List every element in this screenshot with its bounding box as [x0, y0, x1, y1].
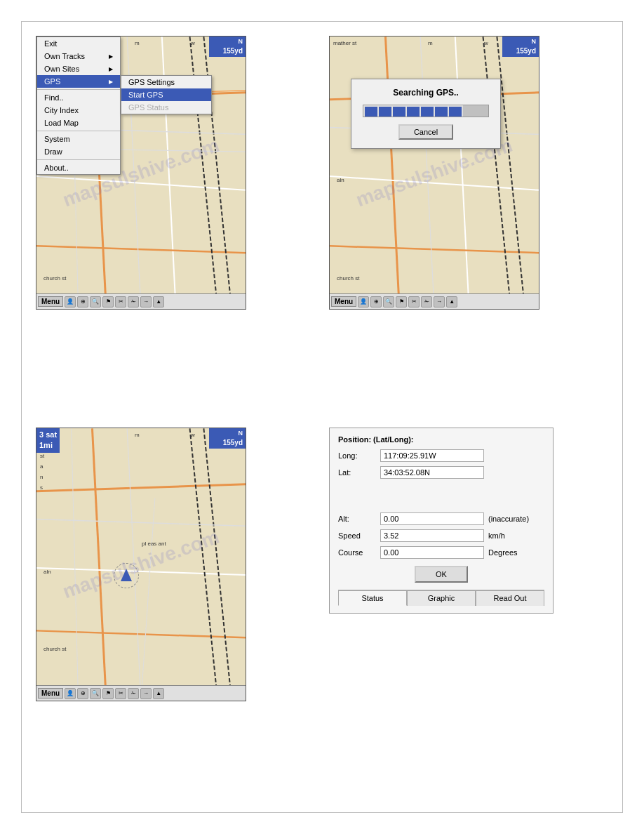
progress-chunk-6 [435, 107, 448, 117]
gps-arrow-icon [121, 569, 132, 581]
gps-speed-input[interactable] [380, 529, 484, 542]
menu-item-draw[interactable]: Draw [37, 145, 120, 158]
toolbar-zoom-icon-2[interactable]: 🔍 [383, 296, 394, 307]
gps-alt-note: (inaccurate) [488, 515, 529, 523]
menu-item-exit[interactable]: Exit [37, 37, 120, 50]
toolbar-person-icon[interactable]: 👤 [65, 296, 76, 307]
map-topbar-sat: 3 sat 1mi [36, 428, 60, 453]
distance-label-1: 155yd [212, 46, 243, 55]
menu-item-gps[interactable]: GPS [37, 75, 120, 88]
progress-chunk-4 [407, 107, 420, 117]
toolbar-zoom-icon[interactable]: 🔍 [90, 296, 101, 307]
toolbar-gps-icon-2[interactable]: ⊕ [370, 296, 382, 307]
toolbar-up-icon[interactable]: ▲ [153, 296, 164, 307]
map-panel-2: mather st m w aln church st N 155yd maps… [329, 36, 539, 310]
gps-speed-row: Speed km/h [338, 529, 544, 542]
toolbar-arrow-icon-2[interactable]: → [434, 296, 445, 307]
submenu-wrapper: GPS Settings Start GPS GPS Status [121, 75, 212, 114]
menu-item-load-map[interactable]: Load Map [37, 117, 120, 129]
gps-position-title: Position: (Lat/Long): [338, 435, 544, 444]
compass-icon-3: N [212, 430, 243, 438]
section-map-searching: mather st m w aln church st N 155yd maps… [329, 36, 608, 310]
map-toolbar-2: Menu 👤 ⊕ 🔍 ⚑ ✂ ✁ → ▲ [330, 293, 539, 309]
toolbar-person-icon-2[interactable]: 👤 [358, 296, 369, 307]
map-toolbar-1: Menu 👤 ⊕ 🔍 ⚑ ✂ ✁ → ▲ [36, 293, 246, 309]
toolbar-cut-icon-2[interactable]: ✁ [421, 296, 432, 307]
distance-label-2: 155yd [505, 46, 536, 55]
dialog-title: Searching GPS.. [363, 88, 489, 98]
menu-item-system[interactable]: System [37, 133, 120, 145]
menu-button-2[interactable]: Menu [331, 296, 356, 307]
section-map-gps: st a n s m w aln church st pl eas ant 3 … [36, 428, 315, 701]
map-topbar-1: N 155yd [209, 37, 246, 57]
searching-gps-dialog: Searching GPS.. Cancel [351, 79, 501, 149]
toolbar-scissors-icon[interactable]: ✂ [115, 296, 126, 307]
toolbar-cut-icon-3[interactable]: ✁ [128, 688, 139, 699]
gps-course-row: Course Degrees [338, 546, 544, 559]
toolbar-arrow-icon-3[interactable]: → [140, 688, 152, 699]
toolbar-up-icon-2[interactable]: ▲ [446, 296, 457, 307]
menu-item-own-sites[interactable]: Own Sites [37, 62, 120, 75]
map-toolbar-3: Menu 👤 ⊕ 🔍 ⚑ ✂ ✁ → ▲ [36, 685, 246, 701]
toolbar-flag-icon-3[interactable]: ⚑ [102, 688, 114, 699]
progress-bar [363, 105, 489, 117]
toolbar-flag-icon[interactable]: ⚑ [102, 296, 114, 307]
menu-divider-2 [37, 131, 120, 131]
menu-item-find[interactable]: Find.. [37, 91, 120, 104]
submenu-gps-settings[interactable]: GPS Settings [121, 76, 211, 88]
toolbar-up-icon-3[interactable]: ▲ [153, 688, 164, 699]
gps-spacer-1 [338, 483, 544, 493]
menu-button-3[interactable]: Menu [38, 688, 63, 699]
menu-item-city-index[interactable]: City Index [37, 104, 120, 117]
progress-chunk-1 [365, 107, 377, 117]
toolbar-gps-icon-3[interactable]: ⊕ [77, 688, 88, 699]
toolbar-gps-icon[interactable]: ⊕ [77, 296, 88, 307]
progress-chunk-2 [379, 107, 391, 117]
gps-tabs: Status Graphic Read Out [338, 590, 544, 606]
progress-chunk-7 [449, 107, 462, 117]
dropdown-menu-1: Exit Own Tracks Own Sites GPS Find.. Cit… [36, 37, 121, 175]
gps-alt-row: Alt: (inaccurate) [338, 512, 544, 525]
page-container: mather st m w church st N 155yd mapsulsh… [21, 21, 623, 813]
gps-long-input[interactable] [380, 449, 484, 462]
toolbar-scissors-icon-3[interactable]: ✂ [115, 688, 126, 699]
toolbar-arrow-icon[interactable]: → [140, 296, 152, 307]
tab-readout[interactable]: Read Out [476, 590, 544, 606]
sat-count: 3 sat [39, 430, 57, 440]
menu-divider-3 [37, 159, 120, 160]
submenu-gps-status: GPS Status [121, 101, 211, 114]
menu-button-1[interactable]: Menu [38, 296, 63, 307]
gps-spacer-3 [338, 503, 544, 512]
scale-label: 1mi [39, 440, 57, 451]
gps-lat-row: Lat: [338, 466, 544, 479]
gps-long-label: Long: [338, 451, 380, 460]
toolbar-person-icon-3[interactable]: 👤 [65, 688, 76, 699]
map-topbar-2: N 155yd [502, 37, 539, 57]
toolbar-zoom-icon-3[interactable]: 🔍 [90, 688, 101, 699]
toolbar-flag-icon-2[interactable]: ⚑ [396, 296, 407, 307]
tab-graphic[interactable]: Graphic [407, 590, 476, 606]
cancel-button[interactable]: Cancel [398, 124, 453, 140]
progress-chunk-5 [421, 107, 434, 117]
map-topbar-3: N 155yd [209, 428, 246, 449]
submenu-gps: GPS Settings Start GPS GPS Status [121, 75, 212, 114]
menu-item-about[interactable]: About.. [37, 161, 120, 174]
gps-lat-input[interactable] [380, 466, 484, 479]
tab-status[interactable]: Status [338, 590, 407, 606]
toolbar-scissors-icon-2[interactable]: ✂ [408, 296, 420, 307]
menu-item-own-tracks[interactable]: Own Tracks [37, 50, 120, 62]
progress-filled [363, 105, 463, 117]
gps-alt-label: Alt: [338, 515, 380, 523]
compass-icon-2: N [505, 38, 536, 46]
gps-course-label: Course [338, 548, 380, 557]
gps-alt-input[interactable] [380, 512, 484, 525]
compass-icon-1: N [212, 38, 243, 46]
ok-button[interactable]: OK [415, 566, 468, 583]
submenu-start-gps[interactable]: Start GPS [121, 88, 211, 101]
toolbar-cut-icon[interactable]: ✁ [128, 296, 139, 307]
gps-speed-label: Speed [338, 531, 380, 540]
gps-course-unit: Degrees [488, 548, 518, 557]
map-panel-1: mather st m w church st N 155yd mapsulsh… [36, 36, 246, 310]
section-map-menu: mather st m w church st N 155yd mapsulsh… [36, 36, 315, 310]
gps-course-input[interactable] [380, 546, 484, 559]
